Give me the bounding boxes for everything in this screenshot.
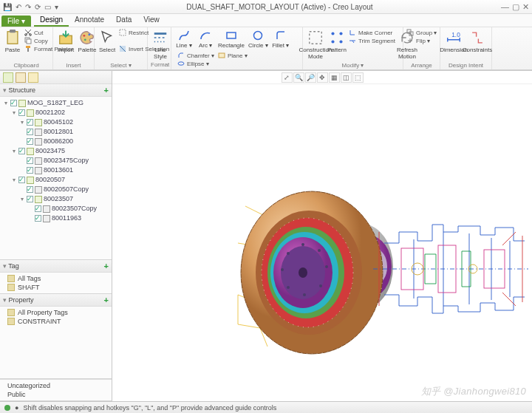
group-button[interactable]: Group ▾: [406, 29, 437, 36]
svg-point-53: [287, 252, 290, 255]
file-tab[interactable]: File ▾: [1, 16, 31, 27]
circle-button[interactable]: Circle ▾: [248, 29, 269, 50]
group-title: Insert: [56, 61, 91, 69]
group-arrange: Group ▾ Flip ▾ . Arrange: [403, 27, 440, 69]
check-item[interactable]: Public: [0, 390, 112, 399]
close-icon[interactable]: ✕: [522, 2, 529, 12]
refresh-icon[interactable]: ⟳: [35, 3, 41, 11]
tree-node[interactable]: ▾80023475: [0, 146, 112, 156]
check-item[interactable]: All Property Tags: [0, 308, 112, 317]
corner-icon: [349, 29, 356, 36]
tree-node[interactable]: ▾80045102: [0, 117, 112, 127]
check-item[interactable]: All Tags: [0, 274, 112, 283]
windows-icon[interactable]: ▭: [44, 3, 51, 11]
canvas-viewport[interactable]: 知乎 @Jianhongwei810: [112, 84, 532, 401]
check-item[interactable]: CONSTRAINT: [0, 317, 112, 326]
tab-design[interactable]: Design: [34, 14, 69, 27]
svg-point-19: [178, 62, 184, 65]
rectangle-icon: [225, 30, 237, 41]
line-button[interactable]: Line ▾: [174, 29, 194, 50]
group-clipboard: Paste Cut Copy Format Painter Clipboard: [0, 27, 53, 69]
svg-rect-5: [27, 39, 31, 44]
tree-tab-icon[interactable]: [3, 72, 13, 83]
svg-rect-7: [27, 48, 29, 52]
tree-node[interactable]: 80012801: [0, 127, 112, 137]
zoom-in-icon[interactable]: 🔍: [293, 72, 304, 83]
arc-icon: [200, 30, 211, 41]
tree-node[interactable]: 80013601: [0, 165, 112, 175]
tab-data[interactable]: Data: [110, 14, 137, 27]
group-icon: [406, 29, 414, 36]
tab-view[interactable]: View: [137, 14, 166, 27]
import-button[interactable]: Import: [56, 29, 75, 54]
pattern-button[interactable]: Pattern: [327, 29, 347, 54]
line-style-button[interactable]: Line Style: [151, 29, 170, 61]
layer-tab-icon[interactable]: [16, 72, 26, 83]
paste-button[interactable]: Paste: [3, 29, 22, 54]
construction-mode-button[interactable]: Construction Mode: [306, 29, 325, 61]
svg-point-45: [299, 267, 307, 278]
tree-node[interactable]: 80086200: [0, 137, 112, 146]
zoom-fit-icon[interactable]: ⤢: [282, 72, 293, 83]
group-title: Modify ▾: [306, 61, 400, 69]
svg-point-47: [318, 249, 321, 252]
paste-icon: [4, 30, 21, 46]
tree-node[interactable]: 80023507Copy: [0, 204, 112, 214]
chamfer-icon: [177, 52, 185, 59]
titlebar: 💾 ↶ ↷ ⟳ ▭ ▾ DUAL_SHAFT_MOTOR_LAYOUT (Act…: [0, 0, 532, 14]
window-title: DUAL_SHAFT_MOTOR_LAYOUT (Active) - Creo …: [58, 3, 501, 11]
select-button[interactable]: Select: [98, 29, 117, 54]
snap-toggle-icon[interactable]: ●: [15, 404, 18, 412]
svg-point-46: [301, 243, 304, 246]
rectangle-button[interactable]: Rectangle: [217, 29, 245, 50]
folder-tab-icon[interactable]: [28, 72, 38, 83]
view1-icon[interactable]: ▦: [329, 72, 340, 83]
arc-button[interactable]: Arc ▾: [196, 29, 215, 50]
minimize-icon[interactable]: —: [501, 2, 509, 12]
ellipse-button[interactable]: Ellipse ▾: [177, 60, 214, 67]
check-item[interactable]: Uncategorized: [0, 381, 112, 390]
make-corner-button[interactable]: Make Corner: [349, 29, 395, 36]
pan-icon[interactable]: ✥: [317, 72, 328, 83]
add-icon[interactable]: +: [104, 296, 109, 304]
dimension-button[interactable]: 1.0Dimension: [443, 29, 464, 54]
tree-node[interactable]: ▾MOG_S182T_LEG: [0, 98, 112, 108]
fillet-icon: [275, 30, 287, 41]
tree-node[interactable]: ▾80020507: [0, 175, 112, 185]
svg-point-50: [303, 293, 306, 296]
plane-button[interactable]: Plane ▾: [218, 52, 248, 59]
svg-point-23: [339, 32, 342, 35]
view2-icon[interactable]: ◫: [341, 72, 352, 83]
quick-access: 💾 ↶ ↷ ⟳ ▭ ▾: [3, 3, 58, 11]
tree-node[interactable]: 80020507Copy: [0, 185, 112, 194]
tree-node[interactable]: 80023475Copy: [0, 156, 112, 165]
tree-node[interactable]: ▾80021202: [0, 108, 112, 117]
view3-icon[interactable]: ⬚: [352, 72, 364, 83]
save-icon[interactable]: 💾: [3, 3, 12, 11]
zoom-out-icon[interactable]: 🔎: [305, 72, 316, 83]
svg-point-22: [331, 32, 334, 35]
tree-node[interactable]: ▾80023507: [0, 194, 112, 204]
trim-segment-button[interactable]: Trim Segment: [349, 37, 395, 44]
construction-icon: [307, 30, 324, 46]
collapse-icon[interactable]: ▾: [3, 86, 9, 94]
maximize-icon[interactable]: ▢: [512, 2, 519, 12]
flip-button[interactable]: Flip ▾: [406, 37, 437, 44]
group-draw: Line ▾ Arc ▾ Rectangle Circle ▾ Fillet ▾…: [171, 27, 303, 69]
structure-tree[interactable]: ▾MOG_S182T_LEG▾80021202▾8004510280012801…: [0, 97, 112, 225]
panel-bottom: UncategorizedPublic: [0, 379, 112, 401]
svg-point-18: [254, 32, 262, 40]
chamfer-button[interactable]: Chamfer ▾: [177, 52, 214, 59]
tab-annotate[interactable]: Annotate: [69, 14, 110, 27]
panel-property: ▾ Property+ All Property TagsCONSTRAINT: [0, 294, 112, 379]
redo-icon[interactable]: ↷: [25, 3, 31, 11]
add-icon[interactable]: +: [104, 86, 109, 95]
collapse-icon[interactable]: ▾: [3, 296, 9, 304]
constraints-button[interactable]: Constraints: [466, 29, 488, 54]
svg-rect-0: [7, 32, 18, 44]
fillet-button[interactable]: Fillet ▾: [271, 29, 290, 50]
check-item[interactable]: SHAFT: [0, 283, 112, 292]
add-icon[interactable]: +: [104, 262, 109, 270]
undo-icon[interactable]: ↶: [16, 3, 21, 11]
tree-node[interactable]: 80011963: [0, 214, 112, 223]
